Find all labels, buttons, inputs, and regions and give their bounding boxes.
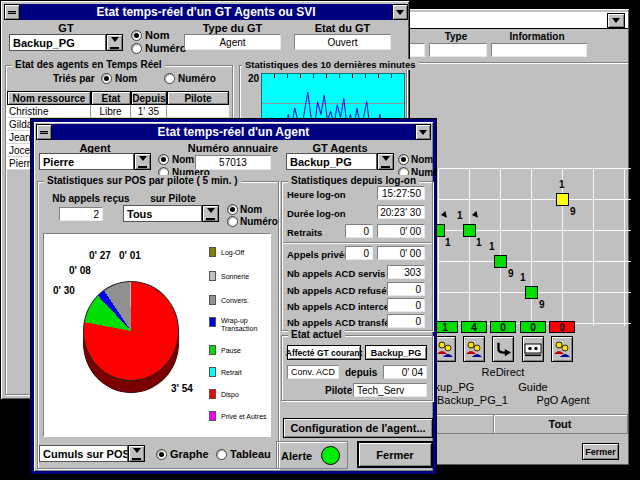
node-top-count: 1 bbox=[457, 210, 463, 221]
node-bottom-count: 9 bbox=[539, 299, 545, 310]
graphe-radio[interactable] bbox=[156, 449, 167, 460]
gt-radio-numero[interactable] bbox=[131, 43, 142, 54]
gt-combobox[interactable]: Backup_PG bbox=[9, 34, 123, 51]
cumuls-combobox[interactable]: Cumuls sur POS bbox=[39, 445, 145, 462]
etat-actuel-group-title: Etat actuel bbox=[288, 329, 345, 340]
monitor-field-type[interactable] bbox=[429, 43, 487, 57]
queue-tile-guide[interactable] bbox=[522, 336, 544, 362]
agent-fermer-button[interactable]: Fermer bbox=[357, 441, 433, 468]
legend-swatch bbox=[209, 271, 216, 281]
agent-titlebar[interactable]: Etat temps-réel d'un Agent bbox=[36, 124, 431, 140]
queue-tile-backup-pg[interactable] bbox=[434, 336, 456, 362]
gt-agents-radio-nom[interactable] bbox=[398, 154, 409, 165]
queue-tile-backup-pg-1[interactable] bbox=[463, 336, 485, 362]
table-header-depuis[interactable]: Depuis bbox=[131, 91, 167, 105]
node-top-count: 1 bbox=[520, 272, 526, 283]
queue-count-badge: 0 bbox=[490, 321, 516, 333]
redirect-icon bbox=[494, 340, 512, 358]
legend-swatch bbox=[209, 345, 216, 355]
chevron-down-icon bbox=[396, 10, 404, 19]
pilote-radio-numero[interactable] bbox=[227, 216, 238, 227]
legend-label: Privé et Autres bbox=[221, 413, 269, 421]
alerte-label: Alerte bbox=[281, 450, 312, 462]
gt-titlebar[interactable]: Etat temps-réel d'un GT Agents ou SVI bbox=[4, 4, 408, 20]
cumuls-combobox-value[interactable]: Cumuls sur POS bbox=[39, 445, 128, 462]
prives-count: 0 bbox=[345, 246, 373, 260]
queue-label: PgO Agent bbox=[527, 394, 599, 406]
system-menu-icon bbox=[8, 11, 16, 14]
affecte-gt-button[interactable]: Affecté GT courant bbox=[287, 345, 361, 360]
table-header-nom[interactable]: Nom ressource bbox=[7, 91, 91, 105]
monitor-field-information[interactable] bbox=[491, 43, 587, 57]
tab-tout[interactable]: Tout bbox=[495, 418, 625, 430]
gt-radio-nom-label: Nom bbox=[145, 29, 169, 41]
monitor-maximize-button[interactable] bbox=[607, 13, 625, 28]
gt-agents-combobox[interactable]: Backup_PG bbox=[286, 153, 394, 170]
queue-tile-redirect[interactable] bbox=[492, 336, 514, 362]
retraits-label: Retraits bbox=[287, 227, 322, 238]
desktop: Type Information 1 9 1 1 1 1 1 9 1 9 1 4… bbox=[0, 0, 640, 480]
duree-logon-value: 20:23' 30 bbox=[377, 205, 425, 219]
sur-pilote-combobox[interactable]: Tous bbox=[123, 205, 219, 222]
column-header-type: Type bbox=[426, 31, 486, 42]
graphe-radio-label: Graphe bbox=[170, 448, 209, 460]
pilote-value: Tech_Serv bbox=[353, 383, 427, 397]
combo-arrow-icon[interactable] bbox=[128, 445, 145, 462]
gt-radio-nom[interactable] bbox=[131, 30, 142, 41]
queue-label: Guide bbox=[503, 381, 563, 393]
legend-label: Pause bbox=[221, 347, 269, 355]
sur-pilote-combobox-value[interactable]: Tous bbox=[123, 205, 202, 222]
node-bottom-count: 1 bbox=[445, 237, 451, 248]
queue-tile-pg0-agent[interactable] bbox=[551, 336, 573, 362]
logon-group-title: Statistiques depuis log-on bbox=[288, 175, 419, 186]
column-header-information: Information bbox=[497, 31, 577, 42]
configuration-button[interactable]: Configuration de l'agent... bbox=[283, 418, 433, 438]
gt-combobox-value[interactable]: Backup_PG bbox=[9, 34, 106, 51]
system-menu-icon bbox=[40, 131, 48, 134]
agent-window: Etat temps-réel d'un Agent Agent Pierre … bbox=[30, 118, 437, 475]
tries-par-label: Triés par bbox=[53, 73, 95, 84]
heure-logon-label: Heure log-on bbox=[287, 189, 346, 200]
retraits-count: 0 bbox=[345, 224, 373, 238]
legend-swatch bbox=[209, 295, 216, 305]
pie-value-label: 0' 27 bbox=[89, 250, 111, 261]
agent-combobox-value[interactable]: Pierre bbox=[39, 153, 134, 170]
cell-pilote bbox=[167, 105, 229, 118]
transferes-value: 0 bbox=[387, 314, 425, 328]
tableau-radio[interactable] bbox=[216, 449, 227, 460]
sort-radio-numero[interactable] bbox=[164, 73, 175, 84]
table-header-etat[interactable]: Etat bbox=[91, 91, 131, 105]
gt-label: GT bbox=[9, 22, 123, 34]
table-row[interactable]: Christine Libre 1' 35 bbox=[7, 105, 229, 118]
sort-radio-nom[interactable] bbox=[101, 73, 112, 84]
gt-agents-combobox-value[interactable]: Backup_PG bbox=[286, 153, 377, 170]
table-header-pilote[interactable]: Pilote bbox=[167, 91, 229, 105]
duree-logon-label: Durée log-on bbox=[287, 208, 346, 219]
agent-maximize-button[interactable] bbox=[415, 124, 431, 140]
node-top-count: 1 bbox=[489, 241, 495, 252]
flow-grid bbox=[438, 168, 631, 326]
retraits-time: 0' 00 bbox=[377, 224, 425, 238]
gt-courant-button[interactable]: Backup_PG bbox=[365, 345, 427, 360]
legend-label: Retrait bbox=[221, 369, 269, 377]
combo-arrow-icon[interactable] bbox=[106, 34, 123, 51]
tape-icon bbox=[523, 340, 543, 358]
combo-arrow-icon[interactable] bbox=[134, 153, 151, 170]
monitor-fermer-button[interactable]: Fermer bbox=[582, 443, 619, 460]
chevron-down-icon bbox=[612, 18, 620, 27]
gt-system-menu-button[interactable] bbox=[4, 4, 20, 20]
node-bottom-count: 9 bbox=[570, 206, 576, 217]
agent-combobox[interactable]: Pierre bbox=[39, 153, 151, 170]
pilote-label: Pilote bbox=[325, 385, 352, 396]
agents-icon bbox=[552, 340, 572, 358]
combo-arrow-icon[interactable] bbox=[202, 205, 219, 222]
agent-radio-nom[interactable] bbox=[158, 154, 169, 165]
pilote-radio-nom[interactable] bbox=[227, 204, 238, 215]
node-square bbox=[525, 286, 538, 299]
servis-value: 303 bbox=[387, 265, 425, 279]
pie-chart-top bbox=[83, 281, 179, 381]
gt-maximize-button[interactable] bbox=[392, 4, 408, 20]
gt-agents-radio-nom-label: Nom bbox=[411, 154, 433, 165]
combo-arrow-icon[interactable] bbox=[377, 153, 394, 170]
agent-system-menu-button[interactable] bbox=[36, 124, 52, 140]
